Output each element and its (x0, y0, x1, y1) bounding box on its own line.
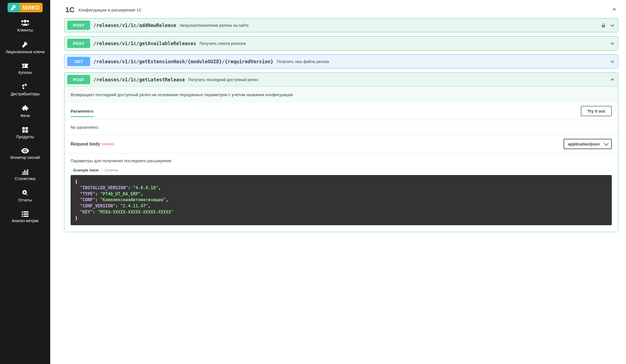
sidebar-item-label: Дистрибьюторы (11, 92, 40, 96)
example-json-block[interactable]: { "INSTALLED_VERSION": "4.0.0.16", "TYPE… (71, 175, 612, 225)
svg-rect-8 (22, 216, 23, 217)
http-method-badge: POST (67, 39, 90, 48)
operation-summary: Получить хеш файла релиза (277, 59, 329, 64)
sidebar-item-label: Продукты (16, 135, 34, 139)
operation-summary: Загрузка/обновление релиза на сайте (180, 23, 249, 28)
sidebar-item-products[interactable]: Продукты (0, 123, 50, 144)
operation-addNewRelease: POST /releases/v1/1c/addNewRelease Загру… (64, 18, 618, 32)
section-tag: 1C (65, 6, 74, 14)
operation-getAvailableReleases: POST /releases/v1/1c/getAvailableRelease… (64, 36, 618, 50)
request-body-section: Параметры для получения последнего расши… (64, 153, 618, 232)
main-content: 1C Конфигурации и расширения 1С POST /re… (50, 0, 626, 364)
operation-header[interactable]: POST /releases/v1/1c/getLatestRelease По… (64, 73, 618, 86)
sidebar-item-label: Клиенты (17, 28, 33, 33)
sidebar-item-clients[interactable]: Клиенты (0, 15, 50, 37)
operation-header[interactable]: POST /releases/v1/1c/getAvailableRelease… (64, 37, 618, 50)
sidebar-item-label: Фичи (20, 113, 30, 118)
key-icon (22, 41, 28, 48)
sidebar-item-coupons[interactable]: Купоны (0, 59, 50, 80)
puzzle-icon (21, 105, 29, 112)
svg-rect-4 (22, 211, 23, 212)
list-icon (22, 211, 28, 217)
sidebar-item-label: Лицензионные ключи (6, 50, 44, 54)
sidebar-item-metrics[interactable]: Анализ метрик (0, 207, 50, 228)
try-it-out-button[interactable]: Try it out (581, 106, 612, 116)
users-icon (21, 19, 29, 26)
required-badge: required (102, 142, 114, 146)
chart-icon (22, 169, 28, 175)
request-body-description: Параметры для получения последнего расши… (71, 158, 612, 163)
sidebar-item-label: Монитор сессий (10, 155, 40, 160)
sidebar-item-reports[interactable]: Отчеты (0, 186, 50, 207)
svg-rect-7 (24, 213, 28, 215)
chevron-up-icon (610, 77, 615, 82)
sidebar-item-stats[interactable]: Статистика (0, 165, 50, 186)
svg-rect-1 (25, 127, 28, 130)
operation-description: Возвращает последний доступный релиз на … (64, 87, 618, 103)
branch-icon (22, 83, 28, 90)
http-method-badge: POST (67, 75, 90, 84)
no-parameters-text: No parameters (64, 120, 618, 135)
svg-rect-9 (24, 216, 28, 217)
section-description: Конфигурации и расширения 1С (78, 8, 142, 12)
operation-summary: Получить список релизов (199, 41, 245, 46)
http-method-badge: POST (67, 21, 90, 30)
parameters-bar: Parameters Try it out (64, 103, 618, 120)
operation-getLatestRelease: POST /releases/v1/1c/getLatestRelease По… (64, 72, 618, 232)
operation-path: /releases/v1/1c/getAvailableReleases (93, 41, 196, 46)
zoom-icon (22, 190, 28, 196)
request-body-bar: Request body required application/json (64, 135, 618, 153)
ticket-icon (21, 63, 29, 69)
chevron-down-icon (610, 23, 615, 28)
tab-example-value[interactable]: Example Value (71, 168, 102, 173)
content-type-select[interactable]: application/json (564, 139, 612, 149)
sidebar: МИКО Клиенты Лицензионные ключи Купоны Д… (0, 0, 50, 364)
svg-rect-2 (22, 130, 25, 133)
section-header[interactable]: 1C Конфигурации и расширения 1С (64, 2, 618, 18)
svg-rect-3 (25, 130, 28, 133)
chevron-down-icon (610, 41, 615, 46)
operation-path: /releases/v1/1c/addNewRelease (93, 23, 176, 28)
sidebar-item-label: Купоны (18, 70, 32, 75)
eye-icon (21, 148, 29, 154)
operation-path: /releases/v1/1c/getLatestRelease (93, 77, 185, 82)
sidebar-item-distributors[interactable]: Дистрибьюторы (0, 79, 50, 101)
svg-rect-6 (22, 213, 23, 215)
body-tabs: Example Value Schema (71, 168, 612, 173)
tab-schema[interactable]: Schema (102, 168, 121, 173)
sidebar-item-label: Статистика (15, 176, 35, 181)
operation-summary: Получить последний доступный релиз (188, 77, 258, 82)
sidebar-item-label: Отчеты (18, 198, 32, 203)
svg-rect-0 (22, 127, 25, 130)
sidebar-item-label: Анализ метрик (12, 219, 38, 223)
chevron-down-icon (610, 59, 615, 64)
http-method-badge: GET (67, 57, 90, 66)
request-body-label: Request body (71, 142, 100, 147)
parameters-label: Parameters (71, 109, 93, 117)
operation-header[interactable]: POST /releases/v1/1c/addNewRelease Загру… (64, 18, 618, 32)
key-icon (8, 3, 20, 12)
sidebar-item-sessions[interactable]: Монитор сессий (0, 144, 50, 165)
operation-getExtensionHash: GET /releases/v1/1c/getExtensionHash/{mo… (64, 54, 618, 69)
sidebar-item-features[interactable]: Фичи (0, 101, 50, 123)
brand-name: МИКО (20, 3, 43, 12)
sidebar-item-license-keys[interactable]: Лицензионные ключи (0, 37, 50, 59)
operation-path: /releases/v1/1c/getExtensionHash/{module… (93, 59, 273, 64)
grid-icon (22, 127, 28, 133)
svg-rect-5 (24, 211, 28, 212)
lock-icon[interactable] (601, 23, 606, 28)
operation-body: Возвращает последний доступный релиз на … (64, 86, 618, 232)
logo: МИКО (0, 0, 50, 15)
chevron-up-icon (611, 7, 617, 13)
operation-header[interactable]: GET /releases/v1/1c/getExtensionHash/{mo… (64, 55, 618, 68)
